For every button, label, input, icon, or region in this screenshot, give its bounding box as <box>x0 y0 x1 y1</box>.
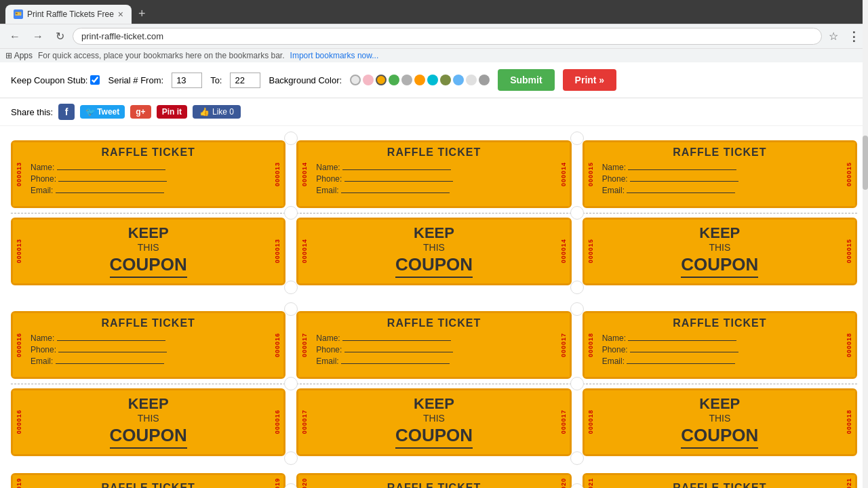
ticket-4-gap <box>11 379 285 388</box>
coupon-3: 000015 KEEP THIS COUPON 000015 <box>583 218 857 285</box>
tab-title: Print Raffle Tickets Free <box>27 9 114 19</box>
ticket-4-number-left: 000016 <box>13 313 25 377</box>
ticket-9-side-left: 000021 <box>585 475 597 488</box>
bookmarks-bar: ⊞ Apps For quick access, place your book… <box>0 48 868 62</box>
bot-circle-4 <box>284 451 298 465</box>
coupon-4-number-left: 000016 <box>13 390 25 453</box>
apps-button[interactable]: ⊞ Apps <box>5 51 33 60</box>
ticket-5-email: Email: <box>316 357 551 366</box>
coupon-6-coupon: COUPON <box>681 425 758 449</box>
color-option-orange[interactable] <box>376 75 387 85</box>
ticket-1-top: 000013 RAFFLE TICKET Name: Phone: Email:… <box>11 140 285 208</box>
ticket-6-number-left: 000018 <box>585 313 597 377</box>
ticket-row-2: 000016 RAFFLE TICKET Name: Phone: Email:… <box>11 302 857 465</box>
coupon-2-coupon: COUPON <box>395 254 473 278</box>
ticket-6-email: Email: <box>602 357 837 366</box>
ticket-9-title: RAFFLE TICKET <box>602 482 837 488</box>
ticket-6-title: RAFFLE TICKET <box>602 317 837 329</box>
coupon-2-number-right: 000014 <box>557 220 570 283</box>
ticket-2-phone: Phone: <box>316 174 551 184</box>
color-option-darkgray[interactable] <box>479 75 490 85</box>
coupon-6-number-left: 000018 <box>585 390 597 453</box>
coupon-3-keep: KEEP <box>699 225 740 241</box>
ticket-8-side-left: 000020 <box>298 475 311 488</box>
gplus-share-button[interactable]: g+ <box>130 105 151 119</box>
color-option-olive[interactable] <box>440 75 451 85</box>
color-option-lightgray[interactable] <box>466 75 477 85</box>
print-button[interactable]: Print » <box>563 69 617 91</box>
coupon-1-coupon: COUPON <box>110 254 187 278</box>
ticket-2-name: Name: <box>316 163 551 172</box>
ticket-1-name: Name: <box>31 163 266 172</box>
top-circle-5 <box>570 302 584 316</box>
ticket-5-gap <box>296 379 571 388</box>
ticket-set-1: 000013 RAFFLE TICKET Name: Phone: Email:… <box>11 140 285 285</box>
ticket-3-email: Email: <box>602 186 837 195</box>
top-circle-2 <box>570 131 584 145</box>
serial-from-input[interactable] <box>172 73 202 88</box>
color-option-white[interactable] <box>350 75 361 85</box>
ticket-8-partial: 000020 RAFFLE TICKET 000020 <box>296 473 571 488</box>
forward-button[interactable]: → <box>28 28 47 45</box>
mid-circle-5 <box>570 377 584 390</box>
ticket-9-partial: 000021 RAFFLE TICKET 000021 <box>583 473 857 488</box>
connector-4-5 <box>285 302 296 465</box>
ticket-row-3-partial: 000019 RAFFLE TICKET 000019 000020 RAFFL… <box>11 473 857 488</box>
coupon-5-content: KEEP THIS COUPON <box>311 390 557 453</box>
facebook-like-button[interactable]: 👍 Like 0 <box>193 105 241 119</box>
coupon-6: 000018 KEEP THIS COUPON 000018 <box>583 388 857 455</box>
serial-to-input[interactable] <box>230 73 260 88</box>
color-option-cyan[interactable] <box>427 75 438 85</box>
color-option-pink[interactable] <box>363 75 374 85</box>
coupon-6-keep: KEEP <box>699 396 740 412</box>
active-tab[interactable]: 🎫 Print Raffle Tickets Free × <box>5 5 132 24</box>
toolbar: Keep Coupon Stub: Serial # From: To: Bac… <box>0 62 868 98</box>
coupon-2-number-left: 000014 <box>298 220 311 283</box>
color-option-amber[interactable] <box>414 75 425 85</box>
bookmarks-text: For quick access, place your bookmarks h… <box>38 51 285 60</box>
tab-bar: 🎫 Print Raffle Tickets Free × + <box>5 4 863 24</box>
coupon-2-this: THIS <box>423 242 445 253</box>
coupon-5-number-left: 000017 <box>298 390 311 453</box>
ticket-3-content: RAFFLE TICKET Name: Phone: Email: <box>597 142 843 206</box>
keep-coupon-checkbox[interactable] <box>90 75 100 85</box>
bot-circle-5 <box>570 451 584 465</box>
coupon-5-this: THIS <box>423 413 445 424</box>
coupon-4-coupon: COUPON <box>110 425 187 449</box>
ticket-5-top: 000017 RAFFLE TICKET Name: Phone: Email:… <box>296 311 571 379</box>
refresh-button[interactable]: ↻ <box>52 27 68 45</box>
scrollbar-thumb[interactable] <box>863 136 868 190</box>
new-tab-button[interactable]: + <box>133 4 151 24</box>
ticket-4-title: RAFFLE TICKET <box>31 317 266 329</box>
coupon-1-this: THIS <box>138 242 159 253</box>
coupon-4-keep: KEEP <box>128 396 169 412</box>
ticket-4-top: 000016 RAFFLE TICKET Name: Phone: Email:… <box>11 311 285 379</box>
ticket-5-title: RAFFLE TICKET <box>316 317 551 329</box>
ticket-3-title: RAFFLE TICKET <box>602 146 837 159</box>
coupon-6-number-right: 000018 <box>843 390 855 453</box>
connector-7-8 <box>285 473 296 488</box>
pinterest-share-button[interactable]: Pin it <box>157 105 187 119</box>
facebook-share-button[interactable]: f <box>58 104 75 120</box>
import-bookmarks-link[interactable]: Import bookmarks now... <box>290 51 379 60</box>
ticket-set-3: 000015 RAFFLE TICKET Name: Phone: Email:… <box>583 140 857 285</box>
color-option-green[interactable] <box>389 75 399 85</box>
ticket-3-number-right: 000015 <box>843 142 855 206</box>
ticket-set-4: 000016 RAFFLE TICKET Name: Phone: Email:… <box>11 311 285 455</box>
bookmark-star-icon[interactable]: ☆ <box>826 30 841 43</box>
color-option-blue[interactable] <box>453 75 464 85</box>
scrollbar[interactable] <box>863 0 868 488</box>
back-button[interactable]: ← <box>5 28 24 45</box>
ticket-3-gap <box>583 208 857 218</box>
ticket-7-side-left: 000019 <box>13 475 25 488</box>
browser-menu-icon[interactable]: ⋮ <box>845 29 863 44</box>
submit-button[interactable]: Submit <box>498 69 554 91</box>
twitter-share-button[interactable]: 🐦 Tweet <box>80 105 125 119</box>
ticket-1-number-right: 000013 <box>271 142 283 206</box>
row-gap <box>11 294 857 302</box>
tab-close-button[interactable]: × <box>118 9 123 20</box>
like-count-label: Like 0 <box>212 107 234 117</box>
url-bar[interactable] <box>73 28 822 45</box>
ticket-6-top: 000018 RAFFLE TICKET Name: Phone: Email:… <box>583 311 857 379</box>
color-option-gray[interactable] <box>401 75 412 85</box>
